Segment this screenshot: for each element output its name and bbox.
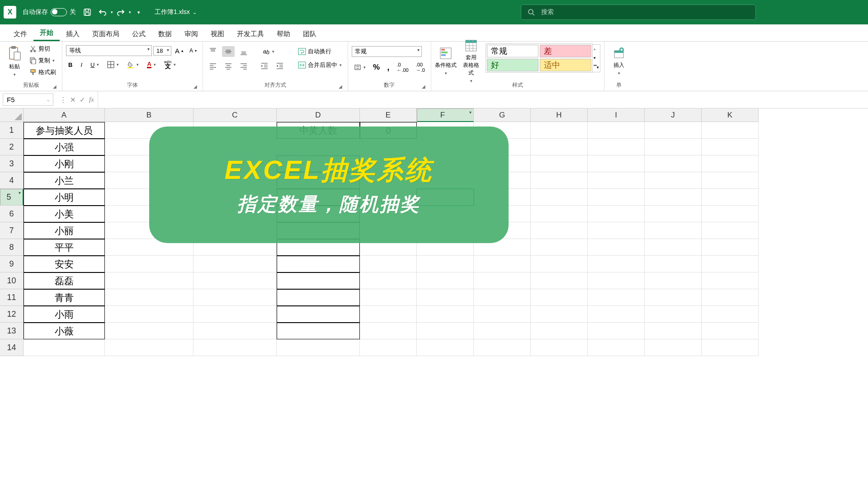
row-header-1[interactable]: 1 xyxy=(0,122,24,139)
cell-B14[interactable] xyxy=(105,339,193,356)
decrease-decimal-button[interactable]: .00→.0 xyxy=(414,61,427,74)
row-header-8[interactable]: 8 xyxy=(0,239,24,256)
underline-button[interactable]: U▾ xyxy=(88,60,101,70)
cell-styles-gallery[interactable]: 常规 差 好 适中 xyxy=(486,43,593,73)
ribbon-tab-数据[interactable]: 数据 xyxy=(152,26,178,41)
cell-H12[interactable] xyxy=(531,306,588,323)
row-header-7[interactable]: 7 xyxy=(0,222,24,239)
cell-B12[interactable] xyxy=(105,306,193,323)
cell-H5[interactable] xyxy=(531,189,588,206)
cell-E12[interactable] xyxy=(360,306,417,323)
col-header-J[interactable]: J xyxy=(645,108,702,122)
cell-A7[interactable]: 小丽 xyxy=(24,222,105,239)
cell-A14[interactable] xyxy=(24,339,105,356)
cell-H9[interactable] xyxy=(531,256,588,272)
orientation-button[interactable]: ab▾ xyxy=(261,47,276,56)
conditional-format-button[interactable]: 条件格式▾ xyxy=(435,43,457,79)
ribbon-tab-页面布局[interactable]: 页面布局 xyxy=(86,26,126,41)
ribbon-tab-开发工具[interactable]: 开发工具 xyxy=(231,26,270,41)
cell-K6[interactable] xyxy=(702,206,759,222)
cell-C11[interactable] xyxy=(193,289,277,306)
cell-I2[interactable] xyxy=(588,139,645,155)
decrease-font-button[interactable]: A▾ xyxy=(187,46,199,55)
percent-button[interactable]: % xyxy=(371,61,382,73)
cell-C12[interactable] xyxy=(193,306,277,323)
cell-K4[interactable] xyxy=(702,172,759,189)
cell-H1[interactable] xyxy=(531,122,588,139)
row-header-3[interactable]: 3 xyxy=(0,155,24,172)
cell-A11[interactable]: 青青 xyxy=(24,289,105,306)
name-box[interactable]: F5 ⌵ xyxy=(3,94,53,106)
cell-C13[interactable] xyxy=(193,323,277,339)
col-header-E[interactable]: E xyxy=(360,108,417,122)
cell-J10[interactable] xyxy=(645,272,702,289)
dialog-launcher-icon[interactable]: ◢ xyxy=(53,84,57,89)
col-header-C[interactable]: C xyxy=(193,108,277,122)
gallery-more-icon[interactable]: ▔▾ xyxy=(594,65,599,70)
align-middle-button[interactable] xyxy=(222,46,235,57)
cell-A9[interactable]: 安安 xyxy=(24,256,105,272)
col-header-H[interactable]: H xyxy=(531,108,588,122)
select-all-corner[interactable] xyxy=(0,108,24,122)
col-header-F[interactable]: F xyxy=(417,108,474,122)
save-button[interactable] xyxy=(80,5,94,19)
cell-E14[interactable] xyxy=(360,339,417,356)
cell-B13[interactable] xyxy=(105,323,193,339)
font-color-button[interactable]: A▾ xyxy=(145,60,158,70)
align-left-button[interactable] xyxy=(207,61,219,71)
cell-I5[interactable] xyxy=(588,189,645,206)
cell-I7[interactable] xyxy=(588,222,645,239)
cell-A6[interactable]: 小美 xyxy=(24,206,105,222)
style-normal[interactable]: 常规 xyxy=(487,45,538,57)
format-painter-button[interactable]: 格式刷 xyxy=(27,67,58,78)
cell-A12[interactable]: 小雨 xyxy=(24,306,105,323)
cell-J12[interactable] xyxy=(645,306,702,323)
style-neutral[interactable]: 适中 xyxy=(540,59,591,71)
cell-J5[interactable] xyxy=(645,189,702,206)
cell-I13[interactable] xyxy=(588,323,645,339)
cell-E11[interactable] xyxy=(360,289,417,306)
cell-H7[interactable] xyxy=(531,222,588,239)
decrease-indent-button[interactable] xyxy=(258,61,271,71)
cell-H3[interactable] xyxy=(531,155,588,172)
col-header-B[interactable]: B xyxy=(105,108,193,122)
paste-button[interactable]: 粘贴 ▾ xyxy=(4,43,25,79)
cell-J6[interactable] xyxy=(645,206,702,222)
redo-dropdown-icon[interactable]: ▾ xyxy=(129,10,131,14)
border-button[interactable]: ▾ xyxy=(105,60,121,70)
cell-A3[interactable]: 小刚 xyxy=(24,155,105,172)
cell-H2[interactable] xyxy=(531,139,588,155)
cell-D12[interactable] xyxy=(277,306,360,323)
fbar-dropdown-icon[interactable]: ⋮ xyxy=(60,96,66,104)
cell-D14[interactable] xyxy=(277,339,360,356)
cell-J14[interactable] xyxy=(645,339,702,356)
dialog-launcher-icon[interactable]: ◢ xyxy=(193,84,197,89)
row-header-5[interactable]: 5 xyxy=(0,189,24,206)
cell-A1[interactable]: 参与抽奖人员 xyxy=(24,122,105,139)
increase-indent-button[interactable] xyxy=(274,61,286,71)
cell-J8[interactable] xyxy=(645,239,702,256)
ribbon-tab-团队[interactable]: 团队 xyxy=(297,26,323,41)
format-table-button[interactable]: 套用 表格格式▾ xyxy=(460,43,482,79)
align-right-button[interactable] xyxy=(237,61,250,71)
cell-G9[interactable] xyxy=(474,256,531,272)
autosave-toggle-icon[interactable] xyxy=(51,8,67,16)
accept-formula-button[interactable]: ✓ xyxy=(80,96,85,104)
cell-F13[interactable] xyxy=(417,323,474,339)
cell-K11[interactable] xyxy=(702,289,759,306)
cell-E10[interactable] xyxy=(360,272,417,289)
cell-C9[interactable] xyxy=(193,256,277,272)
undo-dropdown-icon[interactable]: ▾ xyxy=(111,10,113,14)
cell-K8[interactable] xyxy=(702,239,759,256)
cell-G11[interactable] xyxy=(474,289,531,306)
row-header-14[interactable]: 14 xyxy=(0,339,24,356)
cell-I3[interactable] xyxy=(588,155,645,172)
comma-button[interactable]: , xyxy=(385,61,392,74)
formula-input[interactable] xyxy=(98,91,868,108)
cell-J9[interactable] xyxy=(645,256,702,272)
cell-H8[interactable] xyxy=(531,239,588,256)
cell-B9[interactable] xyxy=(105,256,193,272)
ribbon-tab-视图[interactable]: 视图 xyxy=(204,26,231,41)
fill-color-button[interactable]: ▾ xyxy=(125,60,141,70)
copy-button[interactable]: 复制▾ xyxy=(27,55,58,66)
